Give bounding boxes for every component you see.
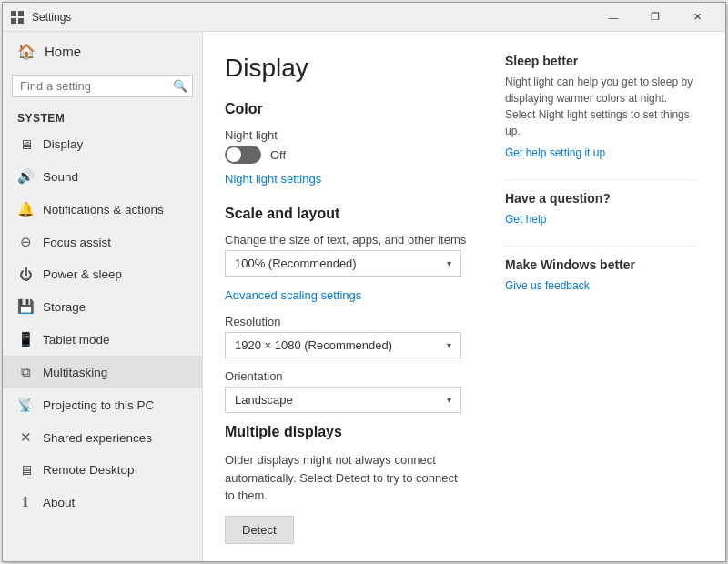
sleep-link[interactable]: Get help setting it up xyxy=(505,146,605,159)
svg-rect-2 xyxy=(11,18,16,24)
night-light-toggle[interactable] xyxy=(225,146,261,164)
question-title: Have a question? xyxy=(505,191,696,206)
shared-icon: ✕ xyxy=(17,429,34,446)
sidebar-item-label: Remote Desktop xyxy=(43,463,135,477)
scale-value: 100% (Recommended) xyxy=(235,257,357,270)
advanced-scaling-link[interactable]: Advanced scaling settings xyxy=(225,288,361,302)
main-left: Display Color Night light Off Night ligh… xyxy=(225,54,469,539)
sound-icon: 🔊 xyxy=(17,168,34,185)
sidebar-item-storage[interactable]: 💾 Storage xyxy=(3,290,202,323)
sidebar-item-label: Power & sleep xyxy=(43,267,122,281)
night-light-toggle-row: Off xyxy=(225,146,469,164)
storage-icon: 💾 xyxy=(17,298,34,315)
right-panel: Sleep better Night light can help you ge… xyxy=(505,54,696,539)
content-area: 🏠 Home 🔍 System 🖥 Display 🔊 Sound 🔔 Noti… xyxy=(3,32,725,561)
sleep-title: Sleep better xyxy=(505,54,696,68)
search-input[interactable] xyxy=(20,79,173,93)
sidebar-item-notifications[interactable]: 🔔 Notifications & actions xyxy=(3,193,202,226)
sidebar-item-label: Storage xyxy=(43,300,86,314)
sidebar-item-multitasking[interactable]: ⧉ Multitasking xyxy=(3,356,202,388)
sidebar-item-remote[interactable]: 🖥 Remote Desktop xyxy=(3,454,202,486)
sidebar-item-display[interactable]: 🖥 Display xyxy=(3,128,202,160)
titlebar: Settings — ❐ ✕ xyxy=(3,3,725,32)
sidebar-item-label: About xyxy=(43,496,75,509)
multiple-section-heading: Multiple displays xyxy=(225,424,469,440)
sidebar-item-label: Sound xyxy=(43,170,78,184)
resolution-dropdown[interactable]: 1920 × 1080 (Recommended) ▾ xyxy=(225,332,461,358)
scale-dropdown[interactable]: 100% (Recommended) ▾ xyxy=(225,250,461,277)
sidebar-item-power[interactable]: ⏻ Power & sleep xyxy=(3,258,202,290)
orientation-dropdown[interactable]: Landscape ▾ xyxy=(225,387,461,413)
sidebar-item-label: Tablet mode xyxy=(43,333,110,347)
sidebar-item-label: Multitasking xyxy=(43,366,107,379)
tablet-icon: 📱 xyxy=(17,331,34,347)
focus-icon: ⊖ xyxy=(17,234,34,250)
page-title: Display xyxy=(225,54,469,83)
main-content: Display Color Night light Off Night ligh… xyxy=(203,32,725,561)
sidebar-item-shared[interactable]: ✕ Shared experiences xyxy=(3,421,202,454)
multiple-displays-desc: Older displays might not always connect … xyxy=(225,451,469,505)
notifications-icon: 🔔 xyxy=(17,201,34,217)
titlebar-title: Settings xyxy=(32,11,592,24)
question-section: Have a question? Get help xyxy=(505,191,696,226)
sidebar-item-home[interactable]: 🏠 Home xyxy=(3,32,202,71)
about-icon: ℹ xyxy=(17,494,34,510)
app-icon xyxy=(10,10,25,25)
titlebar-controls: — ❐ ✕ xyxy=(592,3,718,32)
scale-section-heading: Scale and layout xyxy=(225,206,469,222)
toggle-knob xyxy=(227,147,241,162)
sleep-desc: Night light can help you get to sleep by… xyxy=(505,74,696,139)
sidebar-item-projecting[interactable]: 📡 Projecting to this PC xyxy=(3,388,202,421)
display-icon: 🖥 xyxy=(17,136,34,152)
detect-button[interactable]: Detect xyxy=(225,516,294,544)
feedback-link[interactable]: Give us feedback xyxy=(505,279,590,292)
sidebar-item-label: Focus assist xyxy=(43,236,111,249)
svg-rect-1 xyxy=(18,11,24,16)
projecting-icon: 📡 xyxy=(17,397,34,413)
windows-title: Make Windows better xyxy=(505,257,696,272)
sleep-section: Sleep better Night light can help you ge… xyxy=(505,54,696,159)
search-box: 🔍 xyxy=(12,75,193,97)
sidebar-item-about[interactable]: ℹ About xyxy=(3,486,202,519)
maximize-button[interactable]: ❐ xyxy=(634,3,676,32)
home-icon: 🏠 xyxy=(17,43,35,60)
night-light-label: Night light xyxy=(225,128,469,142)
sidebar: 🏠 Home 🔍 System 🖥 Display 🔊 Sound 🔔 Noti… xyxy=(3,32,203,561)
chevron-down-icon: ▾ xyxy=(447,395,451,405)
chevron-down-icon: ▾ xyxy=(447,340,451,350)
windows-section: Make Windows better Give us feedback xyxy=(505,257,696,292)
sidebar-item-tablet[interactable]: 📱 Tablet mode xyxy=(3,323,202,356)
get-help-link[interactable]: Get help xyxy=(505,213,546,226)
color-section-heading: Color xyxy=(225,101,469,117)
resolution-value: 1920 × 1080 (Recommended) xyxy=(235,338,392,352)
svg-rect-0 xyxy=(11,11,16,16)
sidebar-item-sound[interactable]: 🔊 Sound xyxy=(3,160,202,193)
multitasking-icon: ⧉ xyxy=(17,364,34,380)
sidebar-section-label: System xyxy=(3,105,202,128)
sidebar-item-label: Projecting to this PC xyxy=(43,398,154,412)
close-button[interactable]: ✕ xyxy=(676,3,718,32)
search-icon: 🔍 xyxy=(173,79,187,93)
orientation-label: Orientation xyxy=(225,369,469,383)
scale-desc: Change the size of text, apps, and other… xyxy=(225,233,469,247)
minimize-button[interactable]: — xyxy=(592,3,634,32)
remote-icon: 🖥 xyxy=(17,462,34,478)
divider xyxy=(505,179,696,180)
divider xyxy=(505,246,696,247)
advanced-display-link[interactable]: Advanced display settings xyxy=(225,559,361,562)
chevron-down-icon: ▾ xyxy=(447,258,451,268)
sidebar-item-label: Notifications & actions xyxy=(43,203,164,217)
orientation-value: Landscape xyxy=(235,393,293,407)
night-light-status: Off xyxy=(270,148,286,162)
resolution-label: Resolution xyxy=(225,315,469,328)
power-icon: ⏻ xyxy=(17,267,34,282)
settings-window: Settings — ❐ ✕ 🏠 Home 🔍 System 🖥 Display xyxy=(2,2,726,562)
night-light-settings-link[interactable]: Night light settings xyxy=(225,172,321,186)
sidebar-home-label: Home xyxy=(45,44,81,59)
sidebar-item-label: Shared experiences xyxy=(43,431,152,445)
sidebar-item-label: Display xyxy=(43,137,83,151)
svg-rect-3 xyxy=(18,18,24,24)
sidebar-item-focus[interactable]: ⊖ Focus assist xyxy=(3,226,202,258)
